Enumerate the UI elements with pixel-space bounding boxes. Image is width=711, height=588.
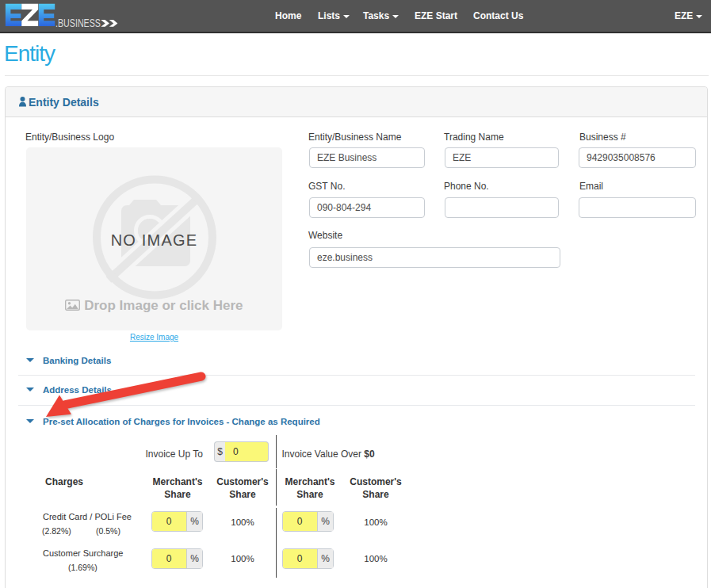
svg-text:.BUSINESS: .BUSINESS xyxy=(55,17,101,29)
